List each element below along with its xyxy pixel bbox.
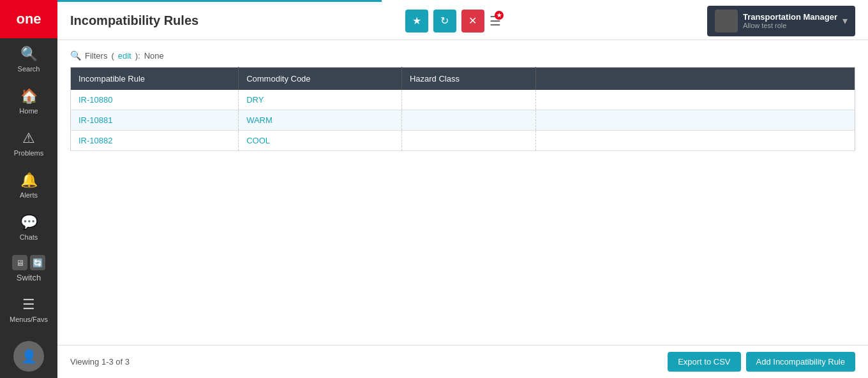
col-commodity-code: Commodity Code	[239, 68, 402, 91]
menu-icon: ☰	[22, 296, 35, 313]
viewing-count: Viewing 1-3 of 3	[70, 357, 130, 367]
refresh-button[interactable]: ↻	[433, 10, 456, 33]
table-row: IR-10881WARM	[71, 110, 855, 131]
sidebar-item-label: Chats	[20, 233, 38, 241]
col-extra	[536, 68, 855, 91]
menu-button[interactable]: ☰ ★	[490, 13, 501, 29]
col-hazard-class: Hazard Class	[401, 68, 535, 91]
cell-extra	[536, 110, 855, 131]
cell-commodity-code: COOL	[239, 131, 402, 151]
app-logo: one	[0, 0, 57, 38]
col-incompatible-rule: Incompatible Rule	[71, 68, 239, 91]
sidebar-item-chats[interactable]: 💬 Chats	[0, 207, 57, 249]
table-body: IR-10880DRYIR-10881WARMIR-10882COOL	[71, 90, 855, 151]
add-incompatibility-rule-button[interactable]: Add Incompatibility Rule	[746, 352, 855, 372]
search-icon: 🔍	[20, 46, 38, 62]
table-row: IR-10880DRY	[71, 90, 855, 110]
warning-icon: ⚠	[22, 130, 35, 147]
table-row: IR-10882COOL	[71, 131, 855, 151]
filter-edit-link[interactable]: edit	[118, 51, 131, 61]
chevron-down-icon: ▾	[842, 15, 848, 27]
sidebar-item-home[interactable]: 🏠 Home	[0, 80, 57, 122]
cell-commodity-code: DRY	[239, 90, 402, 110]
cell-hazard-class	[401, 131, 535, 151]
table-header-row: Incompatible Rule Commodity Code Hazard …	[71, 68, 855, 91]
sidebar-item-problems[interactable]: ⚠ Problems	[0, 122, 57, 164]
filters-label: Filters	[85, 51, 107, 61]
topbar: Incompatibility Rules ★ ↻ ✕ ☰ ★ Transpor…	[57, 2, 868, 40]
refresh-icon: ↻	[440, 15, 449, 27]
user-avatar-sidebar[interactable]: 👤	[13, 341, 44, 372]
cell-incompatible-rule: IR-10880	[71, 90, 239, 110]
user-block[interactable]: Transportation Manager Allow test role ▾	[707, 6, 855, 36]
home-icon: 🏠	[20, 88, 38, 105]
switch-icon-right: 🔄	[30, 255, 45, 270]
cell-hazard-class	[401, 110, 535, 131]
sidebar-item-label: Search	[18, 65, 40, 73]
star-icon: ★	[412, 15, 421, 27]
filters-bar: 🔍 Filters ( edit ): None	[70, 50, 855, 61]
incompatible-rule-link[interactable]: IR-10881	[79, 115, 112, 125]
avatar-icon: 👤	[21, 349, 37, 364]
cell-commodity-code: WARM	[239, 110, 402, 131]
sidebar: one 🔍 Search 🏠 Home ⚠ Problems 🔔 Alerts …	[0, 0, 57, 378]
sidebar-item-switch[interactable]: 🖥 🔄 Switch	[0, 249, 57, 289]
content-area: 🔍 Filters ( edit ): None Incompatible Ru…	[57, 40, 868, 345]
main-area: Incompatibility Rules ★ ↻ ✕ ☰ ★ Transpor…	[57, 0, 868, 378]
export-csv-button[interactable]: Export to CSV	[668, 352, 740, 372]
sidebar-item-search[interactable]: 🔍 Search	[0, 38, 57, 80]
cell-incompatible-rule: IR-10882	[71, 131, 239, 151]
notification-badge: ★	[495, 11, 504, 20]
topbar-actions: ★ ↻ ✕ ☰ ★	[405, 10, 501, 33]
close-button[interactable]: ✕	[461, 10, 484, 33]
commodity-code-link[interactable]: DRY	[246, 95, 264, 105]
commodity-code-link[interactable]: COOL	[246, 136, 270, 145]
sidebar-item-label: Alerts	[20, 191, 38, 199]
sidebar-item-label: Switch	[17, 273, 41, 282]
favorite-button[interactable]: ★	[405, 10, 428, 33]
cell-extra	[536, 131, 855, 151]
switch-icon-left: 🖥	[12, 255, 27, 270]
bell-icon: 🔔	[20, 172, 38, 189]
incompatible-rule-link[interactable]: IR-10880	[79, 95, 112, 105]
user-avatar	[715, 10, 738, 33]
commodity-code-link[interactable]: WARM	[246, 115, 273, 125]
sidebar-item-label: Problems	[14, 149, 43, 157]
chat-icon: 💬	[20, 214, 38, 231]
incompatible-rule-link[interactable]: IR-10882	[79, 136, 112, 145]
cell-extra	[536, 90, 855, 110]
close-icon: ✕	[468, 15, 477, 27]
page-title: Incompatibility Rules	[70, 13, 198, 28]
sidebar-item-menus[interactable]: ☰ Menus/Favs	[0, 289, 57, 331]
sidebar-item-label: Home	[19, 107, 38, 115]
filters-value: None	[144, 51, 164, 61]
sidebar-item-label: Menus/Favs	[10, 316, 48, 323]
sidebar-item-alerts[interactable]: 🔔 Alerts	[0, 164, 57, 207]
incompatibility-rules-table: Incompatible Rule Commodity Code Hazard …	[70, 67, 855, 151]
cell-incompatible-rule: IR-10881	[71, 110, 239, 131]
filter-icon: 🔍	[70, 50, 81, 61]
cell-hazard-class	[401, 90, 535, 110]
user-role: Allow test role	[743, 22, 837, 29]
user-name: Transportation Manager	[743, 12, 837, 22]
footer: Viewing 1-3 of 3 Export to CSV Add Incom…	[57, 345, 868, 378]
